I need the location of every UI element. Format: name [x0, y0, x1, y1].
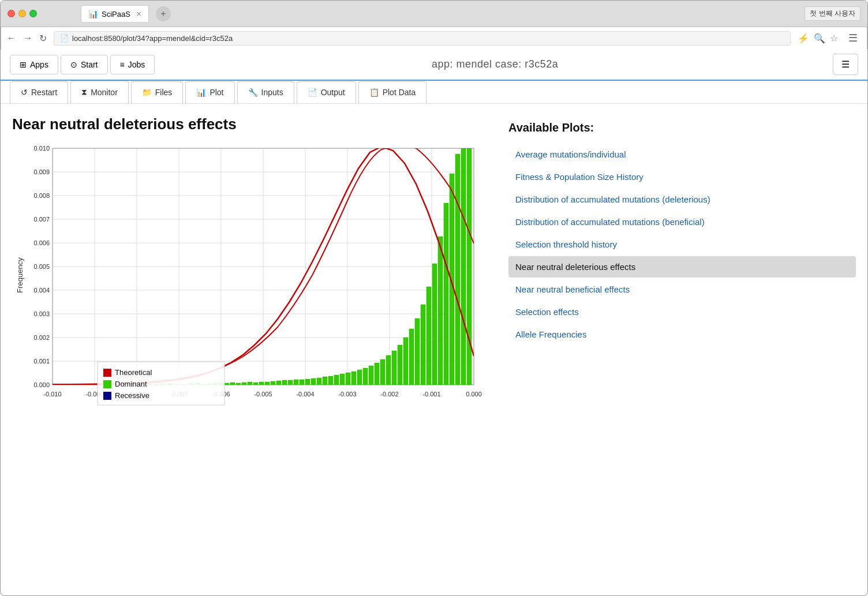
- plot-link-selection-threshold[interactable]: Selection threshold history: [508, 234, 856, 255]
- svg-text:0.004: 0.004: [33, 287, 50, 294]
- plot-link-allele-freq[interactable]: Allele Frequencies: [508, 324, 856, 345]
- svg-rect-52: [305, 379, 310, 385]
- svg-rect-41: [242, 383, 246, 385]
- user-label: 첫 번째 사용자: [805, 6, 860, 21]
- tab-output[interactable]: 📄 Output: [297, 81, 356, 103]
- svg-rect-70: [409, 329, 414, 385]
- tab-plot[interactable]: 📊 Plot: [185, 81, 234, 103]
- inputs-icon: 🔧: [248, 88, 258, 97]
- files-label: Files: [155, 88, 173, 97]
- svg-rect-50: [294, 380, 298, 385]
- svg-rect-107: [103, 380, 111, 388]
- svg-text:0.000: 0.000: [33, 381, 50, 388]
- svg-text:0.010: 0.010: [33, 145, 50, 152]
- svg-text:Frequency: Frequency: [16, 257, 24, 293]
- inputs-label: Inputs: [261, 88, 283, 97]
- svg-rect-68: [398, 345, 402, 385]
- tab-restart[interactable]: ↺ Restart: [10, 81, 68, 103]
- svg-rect-53: [311, 378, 316, 385]
- svg-rect-49: [288, 380, 293, 385]
- chart-title: Near neutral deleterious effects: [12, 115, 485, 133]
- svg-text:0.001: 0.001: [33, 358, 50, 365]
- plot-link-dist-ben[interactable]: Distribution of accumulated mutations (b…: [508, 211, 856, 233]
- start-button[interactable]: ⊙ Start: [61, 55, 108, 74]
- svg-rect-71: [415, 318, 420, 385]
- svg-rect-73: [426, 287, 431, 385]
- apps-button[interactable]: ⊞ Apps: [10, 55, 58, 74]
- svg-rect-48: [282, 380, 287, 385]
- address-bar: ← → ↻ 📄 localhost:8580/plot/34?app=mende…: [1, 27, 867, 49]
- tab-close-icon[interactable]: ✕: [136, 10, 141, 18]
- tab-files[interactable]: 📁 Files: [131, 81, 184, 103]
- tab-monitor[interactable]: ⧗ Monitor: [70, 81, 129, 103]
- output-label: Output: [321, 88, 345, 97]
- svg-rect-58: [340, 374, 345, 385]
- url-field[interactable]: 📄 localhost:8580/plot/34?app=mendel&cid=…: [54, 31, 791, 46]
- monitor-label: Monitor: [91, 88, 118, 97]
- svg-rect-42: [248, 382, 252, 385]
- back-button[interactable]: ←: [7, 33, 16, 43]
- plot-link-near-neutral-ben[interactable]: Near neutral beneficial effects: [508, 279, 856, 300]
- close-button[interactable]: [8, 10, 15, 17]
- browser-tab[interactable]: 📊 SciPaaS ✕: [81, 5, 149, 22]
- svg-rect-66: [386, 355, 391, 385]
- svg-rect-45: [265, 382, 270, 385]
- svg-rect-75: [438, 237, 443, 385]
- svg-rect-65: [380, 359, 385, 385]
- chart-container: 0.000 0.001 0.002 0.003 0.004 0.005 0.00…: [12, 143, 485, 419]
- new-tab-button[interactable]: +: [156, 6, 171, 21]
- forward-button[interactable]: →: [23, 33, 32, 43]
- start-label: Start: [81, 60, 98, 69]
- svg-rect-78: [455, 154, 460, 385]
- svg-text:0.003: 0.003: [33, 310, 50, 317]
- minimize-button[interactable]: [18, 10, 26, 17]
- tab-plot-data[interactable]: 📋 Plot Data: [358, 81, 427, 103]
- jobs-icon: ≡: [120, 60, 125, 69]
- restart-label: Restart: [31, 88, 57, 97]
- svg-text:Theoretical: Theoretical: [115, 368, 152, 377]
- browser-menu-button[interactable]: ☰: [845, 31, 861, 46]
- start-icon: ⊙: [70, 60, 77, 69]
- svg-text:0.006: 0.006: [33, 239, 50, 246]
- svg-text:0.008: 0.008: [33, 192, 50, 199]
- plot-link-selection-effects[interactable]: Selection effects: [508, 301, 856, 323]
- svg-text:-0.010: -0.010: [43, 391, 61, 398]
- tab-inputs[interactable]: 🔧 Inputs: [237, 81, 294, 103]
- svg-text:-0.001: -0.001: [422, 391, 440, 398]
- svg-rect-61: [357, 370, 362, 385]
- svg-rect-69: [403, 338, 408, 385]
- svg-text:-0.005: -0.005: [254, 391, 272, 398]
- svg-text:0.007: 0.007: [33, 216, 50, 223]
- reload-button[interactable]: ↻: [39, 33, 47, 44]
- plot-label: Plot: [209, 88, 223, 97]
- plot-icon: 📊: [196, 88, 206, 97]
- plot-link-dist-del[interactable]: Distribution of accumulated mutations (d…: [508, 189, 856, 210]
- svg-text:Recessive: Recessive: [115, 391, 149, 400]
- app-info: app: mendel case: r3c52a: [157, 58, 833, 70]
- jobs-label: Jobs: [128, 60, 145, 69]
- jobs-button[interactable]: ≡ Jobs: [110, 55, 155, 74]
- hamburger-button[interactable]: ☰: [833, 54, 858, 75]
- svg-rect-79: [461, 148, 466, 385]
- plot-data-icon: 📋: [369, 88, 379, 97]
- star-icon[interactable]: ☆: [830, 33, 838, 44]
- url-text: localhost:8580/plot/34?app=mendel&cid=r3…: [72, 34, 233, 43]
- plot-link-fitness-history[interactable]: Fitness & Population Size History: [508, 166, 856, 188]
- svg-rect-38: [225, 383, 229, 385]
- svg-text:-0.003: -0.003: [338, 391, 356, 398]
- chart-svg: 0.000 0.001 0.002 0.003 0.004 0.005 0.00…: [12, 143, 485, 419]
- title-bar: 📊 SciPaaS ✕ + 첫 번째 사용자: [1, 1, 867, 27]
- restart-icon: ↺: [21, 88, 28, 97]
- svg-rect-63: [369, 366, 373, 385]
- chart-area: Near neutral deleterious effects: [12, 115, 485, 419]
- zoom-icon[interactable]: 🔍: [814, 33, 825, 44]
- sidebar-title: Available Plots:: [508, 121, 856, 134]
- plot-link-near-neutral-del[interactable]: Near neutral deleterious effects: [508, 256, 856, 278]
- svg-rect-105: [103, 369, 111, 377]
- svg-rect-60: [351, 372, 356, 385]
- svg-rect-47: [276, 381, 281, 385]
- plot-link-avg-mutations[interactable]: Average mutations/individual: [508, 144, 856, 165]
- maximize-button[interactable]: [29, 10, 37, 17]
- svg-rect-80: [467, 148, 472, 385]
- lightning-icon: ⚡: [798, 33, 809, 44]
